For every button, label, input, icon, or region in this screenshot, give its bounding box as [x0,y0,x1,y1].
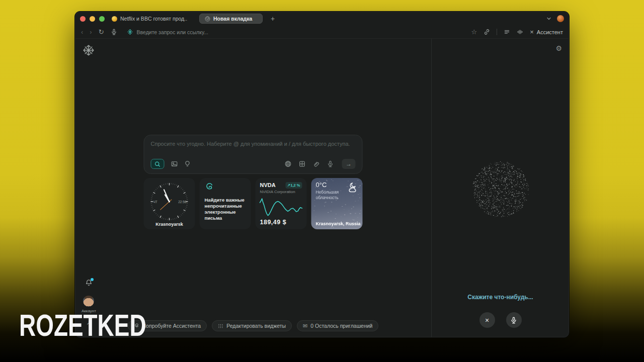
dots-grid-icon [218,323,223,329]
search-mode-button[interactable] [151,159,165,169]
minimize-window-button[interactable] [90,16,95,22]
copy-link-icon[interactable] [484,29,490,35]
toolbar: ‹ › ↻ ☆ × Ассистент [75,26,569,39]
rozetked-watermark: ROZETKED [19,308,146,343]
moon-cloud-icon [347,182,359,193]
close-icon: × [530,28,534,36]
chevron-down-icon[interactable] [546,16,552,22]
particle-sphere [471,159,530,219]
desktop: { "tabs": { "background_tab": "Netflix и… [0,0,644,362]
attach-button[interactable] [313,160,320,167]
stock-change-badge: ↗1,2 % [285,182,302,189]
edit-widgets-button[interactable]: Редактировать виджеты [212,320,292,331]
tab-new-tab[interactable]: Новая вкладка [199,14,263,24]
reload-icon[interactable]: ↻ [99,29,104,35]
assistant-button-label: Ассистент [537,29,563,35]
weather-widget[interactable]: 0°C Небольшая облачность Krasnoyarsk, Ru… [311,178,363,229]
weather-condition: Небольшая облачность [316,190,345,200]
email-suggestion-widget[interactable]: Найдите важные непрочитанные электронные… [200,178,251,229]
close-window-button[interactable] [80,16,86,22]
window-controls [80,16,105,22]
clock-city-label: Krasnoyarsk [144,222,195,227]
attachment-icon [313,160,320,167]
address-input[interactable] [137,29,258,35]
stock-widget[interactable]: NVDA ↗1,2 % NVIDIA Corporation 189,49 $ [256,178,307,229]
browser-logo-icon [127,29,133,35]
image-icon [171,160,178,167]
notification-badge [91,278,94,281]
forward-icon[interactable]: › [90,29,92,35]
tab-bar: Netflix и BBC готовят прод... Новая вкла… [75,12,569,26]
globe-icon [285,160,292,167]
tab-label: Новая вкладка [213,16,252,22]
new-tab-page: → ЧТ 22:56 [75,39,431,337]
weather-location: Krasnoyarsk, Russia [316,221,361,226]
browser-window: Netflix и BBC готовят прод... Новая вкла… [74,11,570,338]
back-icon[interactable]: ‹ [81,29,83,35]
apps-button[interactable] [299,160,306,167]
browser-logo [82,44,95,57]
widgets-row: ЧТ 22:56 Krasnoyarsk Найдите важные непр… [144,178,363,229]
settings-gear-icon[interactable]: ⚙ [555,45,562,52]
assistant-swirl-icon [204,183,214,193]
ideas-button[interactable] [182,159,194,169]
button-label: Попробуйте Ассистента [142,323,201,329]
account-avatar[interactable] [83,296,94,307]
web-search-toggle[interactable] [285,160,292,167]
dismiss-assistant-button[interactable]: × [479,312,495,328]
clock-widget[interactable]: ЧТ 22:56 Krasnoyarsk [144,178,195,229]
close-assistant-button[interactable]: × Ассистент [530,28,563,36]
stock-company: NVIDIA Corporation [260,190,302,194]
stock-sparkline [259,195,303,218]
voice-equalizer-icon[interactable] [517,29,523,35]
stock-ticker: NVDA [260,182,276,188]
clock-digital-time: 22:56 [178,200,186,204]
tab-label: Netflix и BBC готовят прод... [120,16,187,22]
invites-button[interactable]: ✉ 0 Осталось приглашений [297,320,378,331]
assistant-panel: ⚙ Скажите что-нибудь... × [431,39,569,337]
lightbulb-icon [184,160,191,167]
envelope-icon: ✉ [303,323,307,329]
assistant-mic-button[interactable] [506,312,522,328]
fullscreen-window-button[interactable] [99,16,105,22]
bookmark-star-icon[interactable]: ☆ [471,29,477,35]
clock-day-label: ЧТ [153,200,157,204]
image-mode-button[interactable] [169,159,181,169]
mic-icon[interactable] [111,29,117,35]
stock-price: 189,49 $ [260,219,287,226]
voice-input-button[interactable] [327,160,334,167]
new-tab-button[interactable]: + [271,15,275,22]
button-label: Редактировать виджеты [226,323,286,329]
submit-arrow-button[interactable]: → [342,159,356,169]
assistant-logo-icon [205,16,210,22]
reader-list-icon[interactable] [504,29,510,35]
notifications-button[interactable] [85,279,93,289]
apps-grid-icon [299,160,306,167]
button-label: 0 Осталось приглашений [310,323,372,329]
ask-anything-box[interactable]: → [144,135,363,174]
site-favicon [112,16,117,22]
profile-avatar[interactable] [557,15,564,22]
email-suggestion-text: Найдите важные непрочитанные электронные… [205,197,248,221]
weather-temp: 0°C [316,181,327,189]
mic-icon [510,317,517,324]
prompt-input[interactable] [151,141,356,154]
search-icon [154,161,161,167]
tab-netflix-article[interactable]: Netflix и BBC готовят прод... [112,16,187,22]
mic-icon [327,160,334,167]
assistant-hint: Скажите что-нибудь... [432,294,569,301]
clock-minute-hand [164,190,170,202]
toolbar-divider [497,29,497,35]
close-icon: × [485,316,489,324]
address-bar[interactable] [127,29,465,35]
